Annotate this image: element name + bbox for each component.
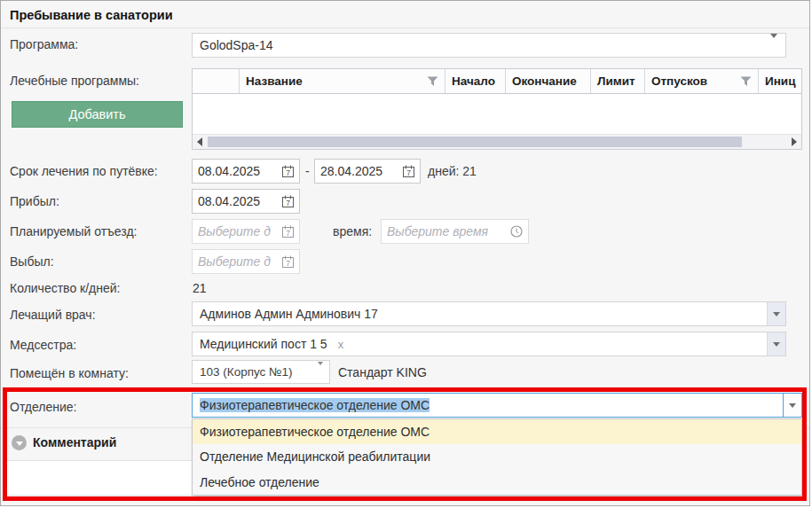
department-dropdown-list: Физиотерапевтическое отделение ОМС Отдел… — [192, 418, 802, 496]
combo-dropdown-button[interactable] — [767, 302, 785, 325]
departed-input[interactable]: Выберите д 7 — [192, 249, 300, 274]
scroll-right-button[interactable] — [787, 135, 801, 149]
room-type-text: Стандарт KING — [338, 365, 427, 379]
chevron-down-icon — [773, 342, 780, 347]
calendar-icon[interactable]: 7 — [282, 195, 294, 207]
comment-label: Комментарий — [33, 435, 116, 449]
table-header-end[interactable]: Окончание — [506, 69, 591, 93]
dropdown-option[interactable]: Отделение Медицинской реабилитации — [193, 444, 801, 469]
add-button[interactable]: Добавить — [12, 101, 183, 128]
department-combobox[interactable]: Физиотерапевтическое отделение ОМС — [192, 393, 802, 418]
calendar-icon[interactable]: 7 — [282, 165, 294, 177]
svg-text:7: 7 — [286, 259, 290, 268]
voucher-start-input[interactable]: 08.04.2025 7 — [192, 159, 300, 184]
table-header-initiator[interactable]: Иниц — [759, 69, 801, 93]
bed-days-label: Количество к/дней: — [10, 281, 120, 295]
collapse-toggle[interactable] — [12, 435, 27, 450]
program-combobox[interactable]: GolodSpa-14 — [192, 33, 786, 58]
department-label: Отделение: — [10, 400, 77, 414]
nurse-combobox[interactable]: Медицинский пост 1 5 x — [192, 332, 786, 356]
nurse-value: Медицинский пост 1 5 — [193, 337, 335, 351]
program-label: Программа: — [10, 37, 78, 51]
sanatorium-stay-panel: Пребывание в санатории Программа: GolodS… — [0, 0, 810, 506]
svg-text:7: 7 — [406, 168, 411, 177]
room-combobox[interactable]: 103 (Корпус №1) — [192, 360, 330, 384]
arrived-date-input[interactable]: 08.04.2025 7 — [192, 189, 300, 214]
nurse-label: Медсестра: — [10, 338, 76, 352]
treatment-programs-label: Лечебные программы: — [10, 74, 139, 88]
doctor-combobox[interactable]: Админов Админ Админович 17 — [192, 301, 786, 326]
room-combobox-value: 103 (Корпус №1) — [193, 365, 311, 379]
combo-dropdown-button[interactable] — [767, 332, 785, 356]
panel-title: Пребывание в санатории — [10, 8, 173, 22]
dropdown-option[interactable]: Лечебное отделение — [193, 470, 801, 495]
time-input[interactable]: Выберите время — [381, 219, 529, 244]
table-header-start[interactable]: Начало — [445, 69, 506, 93]
chevron-down-icon — [311, 365, 329, 379]
departed-label: Выбыл: — [10, 254, 54, 269]
scroll-left-button[interactable] — [193, 135, 207, 149]
scroll-right-icon — [792, 137, 797, 146]
program-combobox-value: GolodSpa-14 — [193, 38, 762, 52]
treatment-programs-table: Название Начало Окончание Лимит Отпусков… — [192, 68, 802, 150]
svg-text:7: 7 — [286, 229, 290, 238]
voucher-end-input[interactable]: 28.04.2025 7 — [314, 159, 421, 184]
remove-tag-icon[interactable]: x — [335, 338, 344, 351]
calendar-icon[interactable]: 7 — [403, 165, 414, 177]
arrived-label: Прибыл: — [10, 194, 59, 208]
filter-icon[interactable] — [427, 76, 438, 87]
table-body-empty — [193, 94, 801, 134]
table-header-limit[interactable]: Лимит — [591, 69, 645, 93]
planned-departure-input[interactable]: Выберите д 7 — [192, 219, 300, 244]
date-range-dash: - — [305, 164, 310, 178]
doctor-combobox-value: Админов Админ Админович 17 — [193, 307, 767, 321]
scrollbar-track[interactable] — [207, 135, 787, 149]
chevron-down-icon — [789, 403, 796, 408]
time-label: время: — [333, 224, 372, 238]
chevron-down-icon — [762, 38, 785, 52]
svg-text:7: 7 — [286, 199, 290, 207]
planned-departure-label: Планируемый отъезд: — [10, 224, 138, 238]
chevron-down-icon — [773, 312, 780, 317]
bed-days-value: 21 — [193, 281, 207, 295]
clock-icon[interactable] — [510, 225, 523, 238]
table-header-vacations[interactable]: Отпусков — [645, 69, 759, 93]
horizontal-scrollbar[interactable] — [193, 134, 801, 149]
chevron-down-icon — [16, 442, 23, 446]
table-header-name[interactable]: Название — [240, 69, 445, 93]
table-header-row: Название Начало Окончание Лимит Отпусков… — [193, 69, 801, 94]
calendar-icon[interactable]: 7 — [282, 255, 294, 268]
doctor-label: Лечащий врач: — [10, 308, 96, 322]
calendar-icon[interactable]: 7 — [282, 225, 294, 238]
scrollbar-thumb[interactable] — [208, 137, 742, 147]
combo-dropdown-button[interactable] — [783, 394, 801, 417]
department-selected-text: Физиотерапевтическое отделение ОМС — [200, 398, 430, 412]
room-label: Помещён в комнату: — [10, 366, 129, 380]
voucher-period-label: Срок лечения по путёвке: — [10, 164, 158, 178]
voucher-days-text: дней: 21 — [428, 164, 477, 178]
filter-icon[interactable] — [740, 76, 752, 87]
title-separator — [1, 27, 809, 28]
dropdown-option[interactable]: Физиотерапевтическое отделение ОМС — [193, 419, 801, 444]
scroll-left-icon — [197, 137, 202, 146]
svg-text:7: 7 — [286, 168, 290, 177]
table-header-empty — [193, 69, 240, 93]
